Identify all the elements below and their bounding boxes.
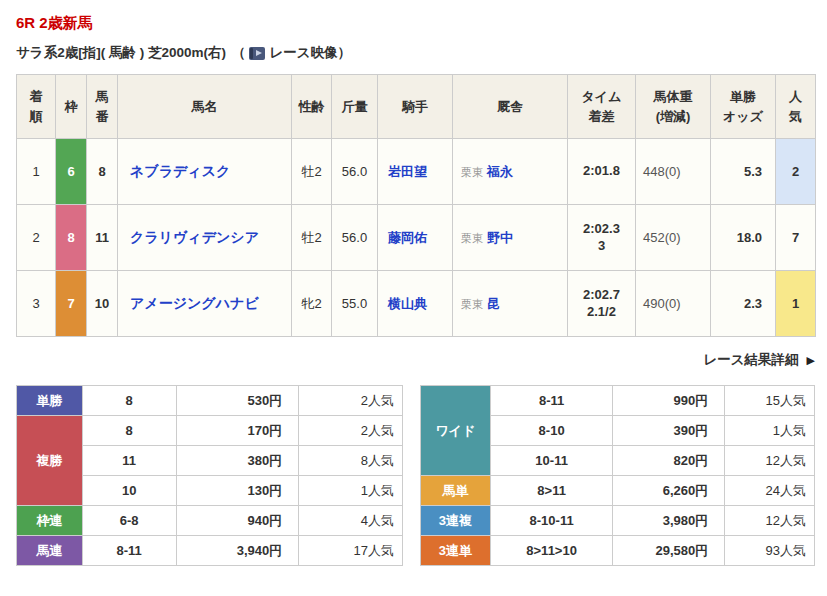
jockey-link[interactable]: 藤岡佑 [388, 230, 427, 245]
payout-table-right: ワイド 8-11 990円 15人気 8-10 390円 1人気 10-11 8… [420, 385, 815, 566]
payout-popularity: 2人気 [299, 386, 403, 416]
payout-selection: 10 [82, 476, 176, 506]
trainer-link[interactable]: 福永 [487, 164, 513, 179]
trainer-link[interactable]: 昆 [487, 296, 500, 311]
stable-region: 栗東 [461, 232, 483, 244]
rank-cell: 2 [17, 205, 56, 271]
payout-amount: 990円 [613, 386, 725, 416]
payout-popularity: 93人気 [725, 536, 815, 566]
horse-number-cell: 10 [87, 271, 118, 337]
horse-number-cell: 8 [87, 139, 118, 205]
trainer-link[interactable]: 野中 [487, 230, 513, 245]
payout-table-left: 単勝 8 530円 2人気 複勝 8 170円 2人気 11 380円 8人気 … [16, 385, 403, 566]
payout-selection: 11 [82, 446, 176, 476]
rank-cell: 1 [17, 139, 56, 205]
payout-amount: 130円 [176, 476, 299, 506]
payout-row-umaren: 馬連 8-11 3,940円 17人気 [17, 536, 403, 566]
payout-row-sanrentan: 3連単 8>11>10 29,580円 93人気 [421, 536, 815, 566]
payout-popularity: 2人気 [299, 416, 403, 446]
weight-cell: 55.0 [332, 271, 378, 337]
payout-selection: 8 [82, 386, 176, 416]
payout-amount: 3,940円 [176, 536, 299, 566]
jockey-link[interactable]: 横山典 [388, 296, 427, 311]
header-rank: 着 順 [17, 75, 56, 139]
jockey-cell: 横山典 [378, 271, 453, 337]
horse-name-cell: クラリヴィデンシア [118, 205, 292, 271]
payout-selection: 6-8 [82, 506, 176, 536]
horse-name-link[interactable]: クラリヴィデンシア [130, 229, 259, 245]
header-sex-age: 性齢 [292, 75, 332, 139]
race-result-detail-link[interactable]: レース結果詳細 [703, 352, 798, 367]
payout-amount: 940円 [176, 506, 299, 536]
header-win-odds: 単勝 オッズ [711, 75, 776, 139]
jockey-cell: 藤岡佑 [378, 205, 453, 271]
payout-selection: 8>11 [490, 476, 613, 506]
frame-cell: 6 [56, 139, 87, 205]
payout-amount: 380円 [176, 446, 299, 476]
odds-cell: 5.3 [711, 139, 776, 205]
race-results-table: 着 順 枠 馬 番 馬名 性齢 斤量 騎手 厩舎 タイム 着差 馬体重 (増減)… [16, 74, 816, 337]
body-weight-cell: 490(0) [636, 271, 711, 337]
time-margin-cell: 2:01.8 [568, 139, 636, 205]
result-row-3: 3 7 10 アメージングハナビ 牝2 55.0 横山典 栗東昆 2:02.7 … [17, 271, 816, 337]
payout-type-label: 複勝 [17, 416, 83, 506]
payout-amount: 390円 [613, 416, 725, 446]
payout-amount: 6,260円 [613, 476, 725, 506]
payout-popularity: 8人気 [299, 446, 403, 476]
payout-selection: 10-11 [490, 446, 613, 476]
payout-type-label: 単勝 [17, 386, 83, 416]
header-body-weight: 馬体重 (増減) [636, 75, 711, 139]
header-horse-name: 馬名 [118, 75, 292, 139]
race-conditions: サラ系2歳[指]( 馬齢 ) 芝2000m(右) （ レース映像 ） [16, 44, 813, 62]
horse-name-link[interactable]: ネブラディスク [130, 163, 230, 179]
payout-row-wakuren: 枠連 6-8 940円 4人気 [17, 506, 403, 536]
payout-type-label: 馬単 [421, 476, 491, 506]
weight-cell: 56.0 [332, 139, 378, 205]
popularity-cell: 1 [776, 271, 816, 337]
payout-amount: 170円 [176, 416, 299, 446]
payout-section: 単勝 8 530円 2人気 複勝 8 170円 2人気 11 380円 8人気 … [16, 385, 827, 566]
time-margin-cell: 2:02.3 3 [568, 205, 636, 271]
payout-selection: 8>11>10 [490, 536, 613, 566]
rank-cell: 3 [17, 271, 56, 337]
payout-popularity: 4人気 [299, 506, 403, 536]
race-conditions-text: サラ系2歳[指]( 馬齢 ) 芝2000m(右) [16, 44, 226, 62]
header-weight: 斤量 [332, 75, 378, 139]
weight-cell: 56.0 [332, 205, 378, 271]
payout-type-label: 3連複 [421, 506, 491, 536]
payout-popularity: 1人気 [299, 476, 403, 506]
time-margin-cell: 2:02.7 2.1/2 [568, 271, 636, 337]
results-header-row: 着 順 枠 馬 番 馬名 性齢 斤量 騎手 厩舎 タイム 着差 馬体重 (増減)… [17, 75, 816, 139]
payout-popularity: 15人気 [725, 386, 815, 416]
payout-amount: 29,580円 [613, 536, 725, 566]
frame-cell: 7 [56, 271, 87, 337]
payout-row-umatan: 馬単 8>11 6,260円 24人気 [421, 476, 815, 506]
header-time-margin: タイム 着差 [568, 75, 636, 139]
payout-selection: 8-11 [82, 536, 176, 566]
payout-popularity: 12人気 [725, 506, 815, 536]
payout-row-tansho: 単勝 8 530円 2人気 [17, 386, 403, 416]
header-popularity: 人 気 [776, 75, 816, 139]
header-frame: 枠 [56, 75, 87, 139]
right-arrow-icon: ▶ [807, 354, 815, 366]
race-video-link[interactable]: レース映像 [269, 44, 337, 62]
payout-row-sanrenpuku: 3連複 8-10-11 3,980円 12人気 [421, 506, 815, 536]
result-row-2: 2 8 11 クラリヴィデンシア 牡2 56.0 藤岡佑 栗東野中 2:02.3… [17, 205, 816, 271]
horse-name-cell: ネブラディスク [118, 139, 292, 205]
popularity-cell: 2 [776, 139, 816, 205]
horse-name-link[interactable]: アメージングハナビ [130, 295, 259, 311]
stable-region: 栗東 [461, 166, 483, 178]
payout-selection: 8-10-11 [490, 506, 613, 536]
jockey-link[interactable]: 岩田望 [388, 164, 427, 179]
payout-popularity: 1人気 [725, 416, 815, 446]
sex-age-cell: 牡2 [292, 139, 332, 205]
horse-name-cell: アメージングハナビ [118, 271, 292, 337]
payout-amount: 3,980円 [613, 506, 725, 536]
jockey-cell: 岩田望 [378, 139, 453, 205]
payout-popularity: 17人気 [299, 536, 403, 566]
header-jockey: 騎手 [378, 75, 453, 139]
sex-age-cell: 牡2 [292, 205, 332, 271]
header-horse-number: 馬 番 [87, 75, 118, 139]
payout-type-label: 馬連 [17, 536, 83, 566]
payout-row-wide-1: ワイド 8-11 990円 15人気 [421, 386, 815, 416]
